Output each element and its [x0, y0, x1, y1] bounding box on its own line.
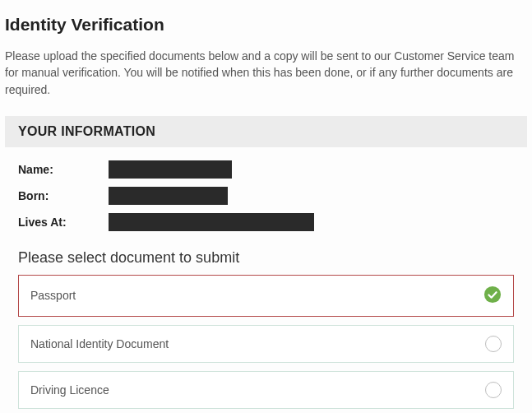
born-label: Born:	[18, 189, 109, 202]
your-information-header: YOUR INFORMATION	[5, 116, 527, 147]
option-passport[interactable]: Passport	[18, 275, 514, 317]
identity-verification-page: Identity Verification Please upload the …	[0, 0, 532, 409]
select-document-title: Please select document to submit	[18, 249, 527, 267]
option-driving-licence[interactable]: Driving Licence	[18, 371, 514, 409]
name-label: Name:	[18, 163, 109, 176]
document-options: Passport National Identity Document Driv…	[5, 275, 527, 409]
your-information-body: Name: Born: Lives At:	[5, 147, 527, 246]
redacted-lives-at-value	[109, 213, 314, 231]
intro-text: Please upload the specified documents be…	[5, 48, 527, 98]
check-icon	[483, 285, 502, 306]
svg-point-0	[484, 286, 501, 303]
option-label: National Identity Document	[30, 337, 169, 350]
info-row-name: Name:	[18, 160, 514, 179]
info-row-born: Born:	[18, 187, 514, 205]
redacted-name-value	[109, 160, 232, 179]
radio-icon	[485, 336, 502, 352]
radio-icon	[485, 382, 502, 398]
option-national-identity-document[interactable]: National Identity Document	[18, 325, 514, 363]
redacted-born-value	[109, 187, 228, 205]
option-label: Passport	[30, 289, 76, 302]
page-title: Identity Verification	[5, 15, 527, 35]
info-row-lives-at: Lives At:	[18, 213, 514, 231]
option-label: Driving Licence	[30, 383, 109, 397]
lives-at-label: Lives At:	[18, 216, 109, 229]
